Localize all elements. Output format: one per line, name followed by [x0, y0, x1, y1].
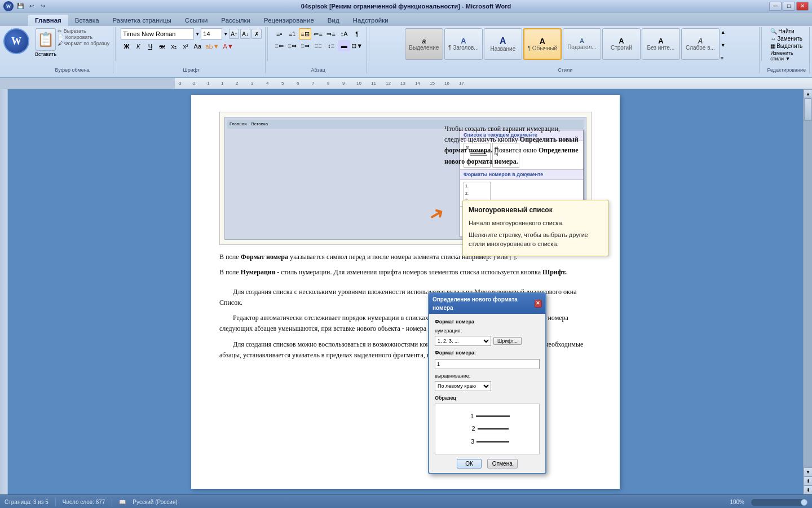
copy-button[interactable]: 📄 Копировать	[58, 34, 109, 40]
style-heading1[interactable]: А ¶ Заголов...	[444, 28, 483, 60]
dialog-format-input[interactable]	[435, 359, 540, 369]
replace-button[interactable]: ↔ Заменить	[770, 36, 802, 42]
dialog-ok-button[interactable]: ОК	[457, 459, 482, 468]
format-brush-button[interactable]: 🖌 Формат по образцу	[58, 41, 109, 46]
tab-review[interactable]: Рецензирование	[257, 15, 321, 26]
window-controls: ─ □ ✕	[769, 2, 809, 11]
font-size-dropdown[interactable]: ▼	[223, 32, 228, 37]
borders-button[interactable]: ⊟▼	[351, 40, 363, 51]
minimize-button[interactable]: ─	[769, 2, 782, 11]
decrease-indent-button[interactable]: ⇐≡	[312, 28, 324, 40]
text-effects-button[interactable]: Аа	[192, 41, 203, 52]
quick-access-save[interactable]: 💾	[16, 2, 25, 11]
increase-indent-button[interactable]: ⇒≡	[325, 28, 337, 40]
style-no-spacing[interactable]: А Без инте...	[642, 28, 680, 60]
change-styles-button[interactable]: Изменитьстили ▼	[770, 50, 802, 62]
zoom-slider-thumb[interactable]	[801, 499, 807, 506]
cut-button[interactable]: ✂ Вырезать	[58, 28, 109, 34]
justify-button[interactable]: ≡≡	[312, 40, 324, 51]
quick-access-undo[interactable]: ↩	[27, 2, 36, 11]
sample-bar-1	[476, 415, 510, 417]
numbering-button[interactable]: ≡1	[286, 28, 298, 40]
clear-format-button[interactable]: ✗	[251, 29, 262, 39]
dialog-close-button[interactable]: ✕	[535, 300, 542, 308]
style-normal[interactable]: А ¶ Обычный	[523, 28, 562, 60]
style-title[interactable]: А Название	[484, 28, 522, 60]
zoom-slider[interactable]	[751, 499, 807, 506]
align-right-button[interactable]: ≡⇒	[299, 40, 311, 51]
font-size-input[interactable]: 14	[201, 28, 222, 40]
align-center-button[interactable]: ≡⇔	[286, 40, 298, 51]
sample-num-1: 1	[465, 411, 474, 421]
document-area[interactable]: Главная Вставка Список в текущем докумен…	[8, 89, 803, 494]
dialog-numer-select[interactable]: 1, 2, 3, ...	[435, 336, 491, 346]
font-grow-button[interactable]: A↑	[229, 29, 239, 39]
ruler-mark-0: 1	[221, 81, 223, 86]
font-name-input[interactable]: Times New Roman	[121, 28, 194, 40]
bold-button[interactable]: Ж	[121, 41, 132, 52]
shading-button[interactable]: ▬	[338, 40, 350, 51]
tab-view[interactable]: Вид	[321, 15, 346, 26]
italic-button[interactable]: К	[133, 41, 144, 52]
word-button[interactable]: W	[3, 28, 29, 54]
tab-mailings[interactable]: Рассылки	[214, 15, 257, 26]
scroll-next-page[interactable]: ⬇	[804, 485, 812, 494]
find-button[interactable]: 🔍 Найти	[770, 28, 802, 34]
select-button[interactable]: ▦ Выделить	[770, 43, 802, 49]
close-button[interactable]: ✕	[796, 2, 809, 11]
subscript-button[interactable]: x₂	[168, 41, 179, 52]
styles-more[interactable]: ≡	[721, 55, 726, 61]
line-spacing-button[interactable]: ↕≡	[325, 40, 337, 51]
highlight-button[interactable]: аЬ▼	[204, 41, 220, 52]
style-subtitle[interactable]: А Подзагол...	[563, 28, 601, 60]
paste-button[interactable]: 📋 Вставить	[35, 28, 56, 57]
ribbon-content: W 📋 Вставить ✂ Вырезать 📄 Копировать 🖌 Ф…	[0, 26, 812, 77]
tab-references[interactable]: Ссылки	[178, 15, 215, 26]
tooltip-title: Многоуровневый список	[469, 205, 603, 215]
sep1	[115, 27, 116, 61]
word-icon: W	[11, 36, 21, 47]
dialog-cancel-button[interactable]: Отмена	[487, 459, 518, 468]
ruler-mark-1: 2	[236, 81, 238, 86]
style-emphasis[interactable]: А Слабое в...	[681, 28, 720, 60]
styles-scroll-up[interactable]: ▲	[721, 29, 726, 35]
scroll-thumb[interactable]	[804, 98, 812, 121]
titlebar-left: W 💾 ↩ ↪	[3, 1, 47, 11]
sort-button[interactable]: ↕A	[338, 28, 350, 40]
font-name-dropdown[interactable]: ▼	[195, 32, 200, 37]
ruler-left-margin	[0, 78, 175, 89]
strikethrough-button[interactable]: зк	[156, 41, 167, 52]
show-hide-button[interactable]: ¶	[351, 28, 363, 40]
tab-home[interactable]: Главная	[28, 15, 68, 26]
styles-label: Стили	[558, 67, 572, 73]
quick-access-redo[interactable]: ↪	[38, 2, 47, 11]
align-left-button[interactable]: ≡⇐	[273, 40, 285, 51]
scroll-up-button[interactable]: ▲	[804, 89, 812, 98]
font-row1: Times New Roman ▼ 14 ▼ A↑ A↓ ✗	[121, 28, 262, 40]
superscript-button[interactable]: x²	[180, 41, 191, 52]
font-shrink-button[interactable]: A↓	[240, 29, 250, 39]
clipboard-actions: ✂ Вырезать 📄 Копировать 🖌 Формат по обра…	[58, 28, 109, 46]
ruler-numbers: ·3 ·2 ·1 1 2 3 4 5 6 7 8 9 10 11 12 13 1…	[175, 78, 803, 89]
scroll-down-button[interactable]: ▼	[804, 467, 812, 476]
font-color-button[interactable]: А▼	[222, 41, 235, 52]
ruler: ·3 ·2 ·1 1 2 3 4 5 6 7 8 9 10 11 12 13 1…	[0, 78, 812, 89]
maximize-button[interactable]: □	[783, 2, 795, 11]
spell-check-icon[interactable]: 📖	[119, 499, 126, 505]
style-preview-1: А	[461, 37, 466, 45]
underline-button[interactable]: Ч	[144, 41, 156, 52]
scroll-track[interactable]	[804, 98, 812, 467]
scrollbar-right[interactable]: ▲ ▼ ⬆ ⬇	[803, 89, 812, 494]
mini-doc-content	[227, 130, 457, 237]
multilevel-list-button[interactable]: ≡⊞	[299, 28, 311, 40]
style-strong[interactable]: А Строгий	[602, 28, 641, 60]
style-highlight[interactable]: а Выделение	[405, 28, 443, 60]
styles-scroll-down[interactable]: ▼	[721, 42, 726, 48]
tab-insert[interactable]: Вставка	[68, 15, 106, 26]
dialog-align-select[interactable]: По левому краю	[435, 381, 491, 391]
scroll-prev-page[interactable]: ⬆	[804, 476, 812, 485]
bullets-button[interactable]: ≡•	[273, 28, 285, 40]
dialog-font-button[interactable]: Шрифт...	[493, 337, 522, 345]
tab-layout[interactable]: Разметка страницы	[106, 15, 178, 26]
tab-addins[interactable]: Надстройки	[346, 15, 395, 26]
